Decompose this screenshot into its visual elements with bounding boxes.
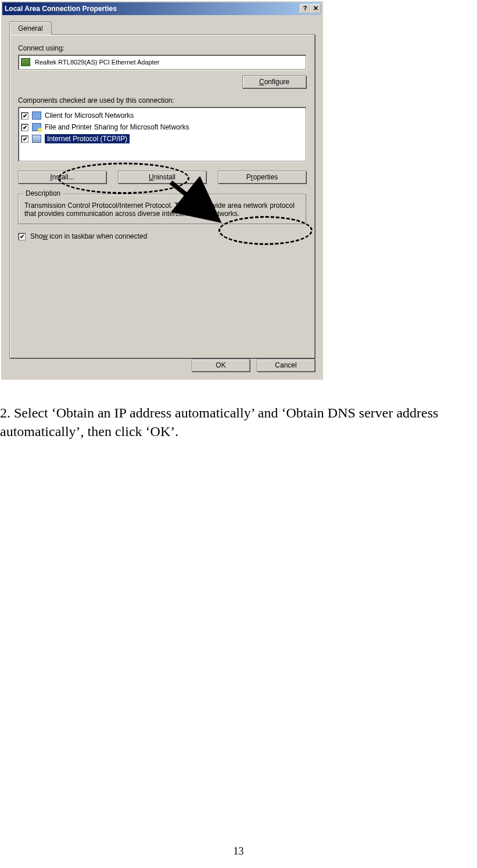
ok-button[interactable]: OK [192,359,250,372]
nic-icon [21,58,30,66]
component-label: File and Printer Sharing for Microsoft N… [45,123,189,131]
fileshare-icon [32,123,41,131]
instruction-text: 2. Select ‘Obtain an IP address automati… [0,404,476,441]
titlebar[interactable]: Local Area Connection Properties ? ✕ [2,2,322,15]
component-label: Internet Protocol (TCP/IP) [45,134,130,143]
window-title: Local Area Connection Properties [5,5,300,13]
client-icon [32,111,41,120]
adapter-field[interactable]: Realtek RTL8029(AS) PCI Ethernet Adapter [18,55,306,70]
help-button[interactable]: ? [300,4,310,13]
component-label: Client for Microsoft Networks [45,111,134,120]
components-listbox[interactable]: ✔ Client for Microsoft Networks ✔ File a… [18,107,306,161]
connect-using-label: Connect using: [18,44,306,52]
description-groupbox: Description Transmission Control Protoco… [18,194,306,224]
install-button[interactable]: Install... [18,171,106,183]
properties-dialog: Local Area Connection Properties ? ✕ Gen… [1,1,323,380]
checkbox[interactable]: ✔ [21,112,28,120]
description-text: Transmission Control Protocol/Internet P… [24,201,300,218]
checkbox[interactable]: ✔ [21,124,28,131]
cancel-button[interactable]: Cancel [257,359,315,372]
show-icon-checkbox[interactable]: ✔ [18,233,26,240]
protocol-icon [32,135,41,143]
tab-general[interactable]: General [9,21,52,35]
close-button[interactable]: ✕ [310,4,321,13]
checkbox[interactable]: ✔ [21,135,28,143]
components-label: Components checked are used by this conn… [18,96,306,105]
properties-button[interactable]: Properties [218,171,306,183]
adapter-name: Realtek RTL8029(AS) PCI Ethernet Adapter [35,59,159,66]
list-item[interactable]: ✔ Internet Protocol (TCP/IP) [20,133,304,145]
page-number: 13 [0,845,477,858]
list-item[interactable]: ✔ File and Printer Sharing for Microsoft… [20,121,304,133]
configure-button-suffix: onfigure [264,78,289,86]
show-icon-label: Show icon in taskbar when connected [30,232,147,240]
configure-button[interactable]: Configure [242,75,306,88]
description-label: Description [23,189,63,197]
list-item[interactable]: ✔ Client for Microsoft Networks [20,110,304,121]
tab-panel-general: Connect using: Realtek RTL8029(AS) PCI E… [9,34,315,358]
uninstall-button[interactable]: Uninstall [118,171,206,183]
